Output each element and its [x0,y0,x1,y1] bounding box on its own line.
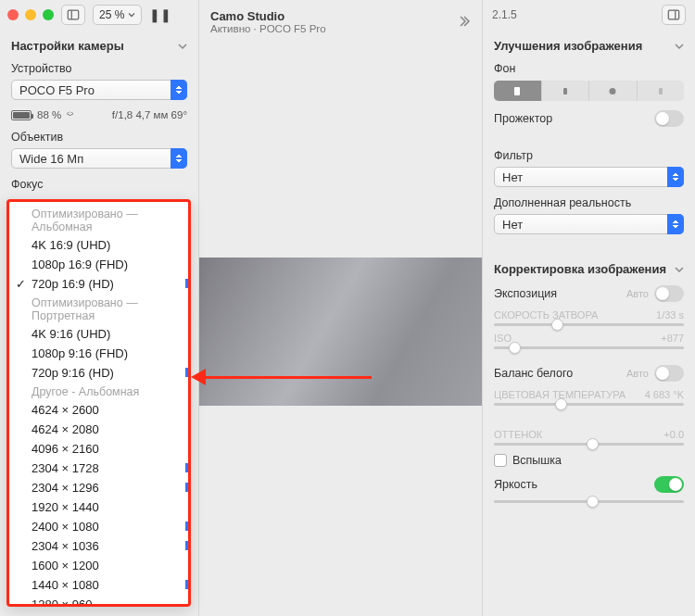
wifi-icon: ⌔ [67,108,73,121]
device-select[interactable]: POCO F5 Pro [11,80,187,100]
wb-row: Баланс белого Авто [483,361,695,385]
resolution-option[interactable]: 4096 × 2160 [9,439,188,459]
flash-label: Вспышка [512,454,562,467]
spotlight-row: Прожектор [483,107,695,131]
iso-slider[interactable] [494,346,684,349]
brightness-row: Яркость [483,472,695,497]
updown-icon [171,148,187,169]
iso-row: ISO +877 [483,329,695,352]
close-icon[interactable] [7,9,19,20]
svg-rect-0 [68,10,78,19]
app-subtitle: Активно · POCO F5 Pro [210,23,326,34]
device-status-row: 88 % ⌔ f/1,8 4,7 мм 69° [0,106,198,127]
chevron-down-icon [675,265,684,274]
ar-select[interactable]: Нет [494,214,684,234]
tint-slider[interactable] [494,443,684,446]
exposure-auto-toggle[interactable] [654,285,684,302]
bg-option-1[interactable] [494,81,542,101]
correction-title: Корректировка изображения [494,262,666,276]
bg-option-4[interactable] [638,81,685,101]
annotation-arrow [196,376,372,379]
highlight-marker [185,541,188,550]
brightness-slider[interactable] [494,500,684,503]
minimize-icon[interactable] [25,9,36,20]
video-preview [199,258,482,406]
bg-segmented[interactable] [494,81,684,101]
lens-select[interactable]: Wide 16 Мп [11,148,187,169]
correction-header[interactable]: Корректировка изображения [483,253,695,282]
coltemp-value: 4 683 °K [645,389,684,400]
svg-rect-2 [668,10,678,19]
enhancements-header[interactable]: Улучшения изображения [483,30,695,58]
bg-label: Фон [483,58,695,78]
exposure-row: Экспозиция Авто [483,282,695,306]
exposure-auto-label: Авто [626,288,649,299]
resolution-option[interactable]: 4624 × 2080 [9,420,188,439]
titlebar: 25 % ❚❚ [0,0,198,30]
svg-rect-7 [659,88,663,94]
resolution-option[interactable]: 1440 × 1080 [9,575,188,595]
maximize-icon[interactable] [43,9,54,20]
spotlight-toggle[interactable] [654,110,684,127]
tint-row: ОТТЕНОК +0.0 [483,425,695,448]
wb-auto-toggle[interactable] [654,365,684,382]
toggle-sidebar-button[interactable] [61,5,85,25]
lens-value: Wide 16 Мп [19,152,83,166]
shutter-label: СКОРОСТЬ ЗАТВОРА [494,309,598,321]
focus-label: Фокус [0,174,198,194]
resolution-option[interactable]: 1080p 9:16 (FHD) [9,344,188,363]
coltemp-row: ЦВЕТОВАЯ ТЕМПЕРАТУРА 4 683 °K [483,385,695,409]
resolution-option[interactable]: 4K 9:16 (UHD) [9,324,188,344]
resolution-group-header: Оптимизировано — Альбомная [9,205,188,235]
resolution-group-header: Другое - Альбомная [9,383,188,400]
svg-rect-5 [563,88,567,94]
zoom-select[interactable]: 25 % [93,5,142,25]
flash-row[interactable]: Вспышка [483,448,695,472]
brightness-label: Яркость [494,478,537,491]
camera-settings-header[interactable]: Настройки камеры [0,30,198,58]
resolution-option[interactable]: 1920 × 1440 [9,497,188,517]
ar-label: Дополненная реальность [483,193,695,212]
toggle-right-sidebar-button[interactable] [662,5,686,25]
resolution-option[interactable]: 2304 × 1728 [9,459,188,478]
collapse-icon[interactable] [456,14,471,29]
coltemp-slider[interactable] [494,403,684,406]
filter-label: Фильтр [483,145,695,165]
resolution-option[interactable]: 2304 × 1036 [9,536,188,556]
bg-option-2[interactable] [542,81,590,101]
resolution-option[interactable]: 1080p 16:9 (FHD) [9,255,188,274]
center-header: Camo Studio Активно · POCO F5 Pro [199,0,482,43]
ar-value: Нет [502,218,523,232]
iso-value: +877 [661,333,684,344]
highlight-marker [185,483,188,492]
bg-option-3[interactable] [589,81,638,101]
flash-checkbox[interactable] [494,454,507,467]
right-header: 2.1.5 [483,0,695,30]
brightness-slider-row [483,497,695,506]
shutter-slider[interactable] [494,323,684,326]
chevron-down-icon [128,11,135,19]
resolution-option[interactable]: 4624 × 2600 [9,400,188,420]
window-controls [7,9,54,20]
resolution-option[interactable]: 2400 × 1080 [9,517,188,536]
resolution-option[interactable]: 4K 16:9 (UHD) [9,235,188,255]
chevron-down-icon [675,42,684,51]
filter-value: Нет [502,170,523,184]
zoom-value: 25 % [99,8,124,21]
highlight-marker [185,522,188,531]
resolution-option[interactable]: 2304 × 1296 [9,478,188,497]
resolution-option[interactable]: 1280 × 960 [9,595,188,607]
resolution-dropdown[interactable]: Оптимизировано — Альбомная4K 16:9 (UHD)1… [6,199,191,607]
filter-select[interactable]: Нет [494,167,684,187]
resolution-option[interactable]: 720p 16:9 (HD) [9,274,188,294]
pause-button[interactable]: ❚❚ [149,5,171,25]
resolution-option[interactable]: 1600 × 1200 [9,556,188,575]
version: 2.1.5 [492,8,517,21]
shutter-row: СКОРОСТЬ ЗАТВОРА 1/33 s [483,306,695,329]
brightness-toggle[interactable] [654,476,684,493]
spotlight-label: Прожектор [494,112,552,125]
updown-icon [667,167,684,187]
lens-label: Объектив [0,127,198,146]
resolution-option[interactable]: 720p 9:16 (HD) [9,363,188,383]
app-title: Camo Studio [210,9,326,23]
